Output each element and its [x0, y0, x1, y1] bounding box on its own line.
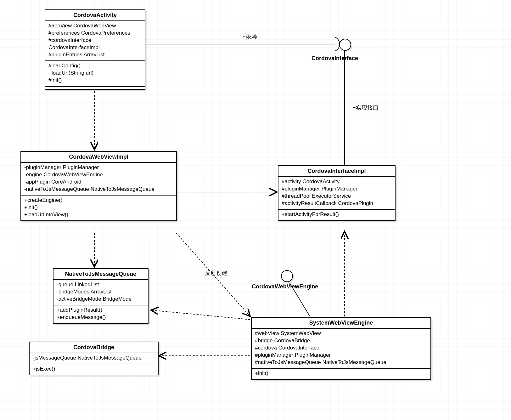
op: +enqueueMessage() [57, 314, 145, 321]
attr: -activeBridgeMode BridgeMode [57, 296, 145, 303]
attributes: #activity CordovaActivity #pluginManager… [278, 177, 395, 210]
interface-label-cordovawebviewengine: CordovaWebViewEngine [252, 283, 318, 290]
class-title: CordovaActivity [45, 10, 145, 21]
class-cordovabridge: CordovaBridge -jsMessageQueue NativeToJs… [29, 342, 159, 375]
operations: +startActivityForResult() [278, 210, 395, 220]
attributes: #webView SystemWebView #bridge CordovaBr… [252, 329, 430, 369]
attr: -queue LinkedList [57, 281, 145, 288]
attr: #pluginManager PluginManager [282, 185, 392, 193]
class-title: CordovaWebViewImpl [21, 152, 176, 163]
interface-label-cordovainterface: CordovaInterface [312, 55, 358, 62]
attr: -engine CordovaWebViewEngine [24, 171, 173, 179]
class-title: CordovaInterfaceImpl [278, 166, 395, 177]
operations: +addPluginResult() +enqueueMessage() [53, 305, 148, 323]
op: +loadUrlIntoView() [24, 211, 173, 219]
op: +init() [24, 204, 173, 211]
attributes: -queue LinkedList -bridgeModes ArrayList… [53, 280, 148, 305]
attr: #threadPool ExecutorService [282, 193, 392, 200]
class-title: NativeToJsMessageQueue [53, 269, 148, 280]
op: +loadUrl(String url) [48, 70, 142, 77]
class-cordovainterfaceimpl: CordovaInterfaceImpl #activity CordovaAc… [278, 165, 396, 221]
op: +createEngine() [24, 197, 173, 204]
class-cordovawebviewimpl: CordovaWebViewImpl -pluginManager Plugin… [20, 151, 177, 221]
op: +startActivityForResult() [282, 211, 392, 218]
label-depends: +依赖 [242, 33, 257, 41]
class-systemwebviewengine: SystemWebViewEngine #webView SystemWebVi… [251, 317, 431, 380]
attributes: -jsMessageQueue NativeToJsMessageQueue [30, 353, 158, 364]
op: +init() [255, 370, 427, 377]
attr: -jsMessageQueue NativeToJsMessageQueue [33, 355, 155, 362]
operations: +jsExec() [30, 364, 158, 375]
operations: #loadConfig() +loadUrl(String url) #init… [45, 61, 145, 87]
svg-line-8 [151, 310, 250, 320]
label-realize: +实现接口 [352, 104, 379, 111]
class-title: CordovaBridge [30, 342, 158, 353]
op: #loadConfig() [48, 62, 142, 70]
attr: -appPlugin CoreAndroid [24, 179, 173, 186]
attr: #nativeToJsMessageQueue NativeToJsMessag… [255, 359, 427, 366]
op: +addPluginResult() [57, 307, 145, 314]
attributes: -pluginManager PluginManager -engine Cor… [21, 163, 176, 196]
attr: #activity CordovaActivity [282, 178, 392, 185]
label-reflect-create: +反射创建 [201, 269, 227, 277]
interface-ball-cordovawebviewengine [281, 270, 293, 282]
attr: #bridge CordovaBridge [255, 337, 427, 344]
attr: -bridgeModes ArrayList [57, 288, 145, 296]
attr: -nativeToJsMessageQueue NativeToJsMessag… [24, 186, 173, 193]
attr: #webView SystemWebView [255, 330, 427, 337]
interface-ball-cordovainterface [339, 39, 351, 51]
attr: #cordova CordovaInterface [255, 344, 427, 352]
operations: +createEngine() +init() +loadUrlIntoView… [21, 196, 176, 220]
operations: +init() [252, 369, 430, 379]
attr: #preferences CordovaPreferences [48, 30, 142, 37]
attr: #activityResultCallback CordovaPlugin [282, 200, 392, 207]
attr: #cordovaInterface CordovaInterfaceImpl [48, 37, 142, 51]
attr: #pluginEntries ArrayList [48, 51, 142, 59]
attr: -pluginManager PluginManager [24, 164, 173, 171]
attr: #pluginManager PluginManager [255, 352, 427, 359]
attr: #appView CordovaWebView [48, 22, 142, 30]
class-nativetojsmessagequeue: NativeToJsMessageQueue -queue LinkedList… [53, 268, 149, 324]
op: #init() [48, 77, 142, 84]
attributes: #appView CordovaWebView #preferences Cor… [45, 21, 145, 61]
op: +jsExec() [33, 366, 155, 373]
class-cordovaactivity: CordovaActivity #appView CordovaWebView … [45, 9, 145, 90]
class-title: SystemWebViewEngine [252, 318, 430, 329]
